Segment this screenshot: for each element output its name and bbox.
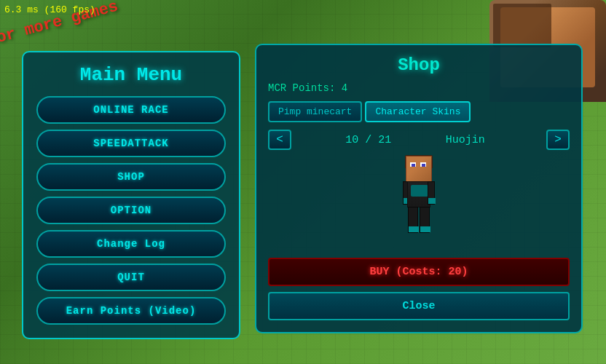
online-race-button[interactable]: ONLINE RACE <box>36 96 226 124</box>
quit-button[interactable]: QUIT <box>36 264 226 291</box>
nav-prev-button[interactable]: < <box>268 130 291 150</box>
option-button[interactable]: OPTION <box>36 197 226 224</box>
earn-points-button[interactable]: Earn Points (Video) <box>36 297 226 325</box>
buy-button[interactable]: BUY (Costs: 20) <box>268 258 570 286</box>
shop-content-area <box>268 156 570 250</box>
tab-pimp-minecart[interactable]: Pimp minecart <box>268 101 362 122</box>
char-head <box>406 156 432 182</box>
nav-next-button[interactable]: > <box>546 130 570 150</box>
fps-counter: 6.3 ms (160 fps) <box>4 4 95 15</box>
char-leg-left <box>408 207 418 233</box>
close-button[interactable]: Close <box>268 292 570 320</box>
main-menu-title: Main Menu <box>36 64 226 86</box>
shop-points: MCR Points: 4 <box>268 82 570 94</box>
shop-tabs: Pimp minecart Character Skins <box>268 101 570 122</box>
main-menu-panel: Main Menu ONLINE RACE SPEEDATTACK SHOP O… <box>22 51 240 339</box>
shop-counter: 10 / 21 <box>345 134 391 146</box>
tab-character-skins[interactable]: Character Skins <box>365 101 471 122</box>
shop-button[interactable]: SHOP <box>36 163 226 191</box>
shop-nav-row: < 10 / 21 Huojin > <box>268 130 570 150</box>
changelog-button[interactable]: Change Log <box>36 230 226 258</box>
speedattack-button[interactable]: SPEEDATTACK <box>36 130 226 157</box>
shop-panel: Shop MCR Points: 4 Pimp minecart Charact… <box>255 44 583 333</box>
shop-char-name: Huojin <box>446 134 485 146</box>
char-arm-right <box>428 181 435 205</box>
shop-title: Shop <box>268 55 570 75</box>
character-preview <box>390 156 448 250</box>
fps-label: 6.3 ms (160 fps) <box>4 4 95 15</box>
char-leg-right <box>420 207 430 233</box>
